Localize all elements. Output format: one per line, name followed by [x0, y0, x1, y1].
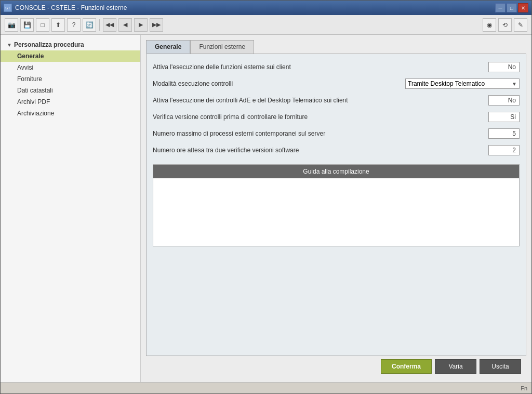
form-container: Attiva l'esecuzione delle funzioni ester…	[146, 54, 526, 356]
toolbar-right: ◉ ⟲ ✎	[483, 18, 527, 32]
form-row-3: Attiva l'esecuzione dei controlli AdE e …	[153, 94, 520, 107]
dropdown-arrow-icon: ▼	[512, 81, 517, 87]
button-row: Conferma Varia Uscita	[146, 356, 526, 377]
tab-bar: Generale Funzioni esterne	[146, 40, 526, 54]
form-label-4: Verifica versione controlli prima di con…	[153, 113, 488, 121]
confirm-button[interactable]: Conferma	[381, 359, 432, 374]
form-label-5: Numero massimo di processi esterni conte…	[153, 130, 488, 137]
toolbar-edit-button[interactable]: ✎	[514, 18, 527, 32]
sidebar-item-archiviazione[interactable]: Archiviazione	[1, 108, 140, 119]
toolbar-save-button[interactable]: 💾	[20, 18, 34, 32]
form-row-2: Modalità esecuzione controlli Tramite De…	[153, 77, 520, 90]
guide-header: Guida alla compilazione	[153, 165, 519, 178]
nav-prev-button[interactable]: ◀	[118, 18, 132, 32]
nav-last-button[interactable]: ▶▶	[150, 18, 163, 32]
app-icon: ST	[4, 4, 12, 12]
main-window: ST CONSOLE - CSTELE - Funzioni esterne ─…	[0, 0, 532, 394]
sidebar-item-generale[interactable]: Generale	[1, 50, 140, 62]
sidebar: ▼ Personalizza procedura Generale Avvisi…	[1, 35, 141, 382]
minimize-button[interactable]: ─	[495, 3, 506, 12]
toolbar-circle-button[interactable]: ◉	[483, 18, 496, 32]
toolbar-undo-button[interactable]: ⟲	[498, 18, 512, 32]
toolbar-upload-button[interactable]: ⬆	[51, 18, 65, 32]
sidebar-header: ▼ Personalizza procedura	[1, 39, 140, 50]
status-bar: Fn	[1, 382, 531, 393]
toolbar-refresh-button[interactable]: 🔄	[83, 18, 96, 32]
form-label-6: Numero ore attesa tra due verifiche vers…	[153, 147, 488, 154]
form-value-6[interactable]: 2	[488, 145, 520, 155]
status-right: Fn	[521, 385, 527, 391]
form-value-5[interactable]: 5	[488, 128, 520, 139]
uscita-button[interactable]: Uscita	[480, 359, 521, 374]
restore-button[interactable]: □	[507, 3, 517, 12]
window-title: CONSOLE - CSTELE - Funzioni esterne	[15, 4, 127, 11]
toolbar-camera-button[interactable]: 📷	[5, 18, 18, 32]
form-value-1[interactable]: No	[488, 62, 520, 72]
tab-generale[interactable]: Generale	[146, 40, 190, 54]
title-bar: ST CONSOLE - CSTELE - Funzioni esterne ─…	[1, 1, 531, 15]
form-row-4: Verifica versione controlli prima di con…	[153, 110, 520, 124]
form-value-3[interactable]: No	[488, 95, 520, 106]
form-label-3: Attiva l'esecuzione dei controlli AdE e …	[153, 97, 488, 104]
nav-next-button[interactable]: ▶	[134, 18, 148, 32]
form-dropdown-2[interactable]: Tramite Desktop Telematico ▼	[405, 78, 520, 89]
nav-first-button[interactable]: ◀◀	[103, 18, 116, 32]
guide-body	[153, 178, 519, 246]
form-row-6: Numero ore attesa tra due verifiche vers…	[153, 143, 520, 157]
toolbar-separator	[99, 19, 100, 31]
window-controls: ─ □ ✕	[495, 3, 528, 12]
content-area: ▼ Personalizza procedura Generale Avvisi…	[1, 35, 531, 382]
main-panel: Generale Funzioni esterne Attiva l'esecu…	[141, 35, 531, 382]
sidebar-item-dati-catastali[interactable]: Dati catastali	[1, 85, 140, 96]
sidebar-arrow-icon: ▼	[7, 42, 12, 48]
tab-funzioni-esterne[interactable]: Funzioni esterne	[190, 40, 254, 54]
title-bar-left: ST CONSOLE - CSTELE - Funzioni esterne	[4, 4, 127, 12]
toolbar-help-button[interactable]: ?	[67, 18, 81, 32]
close-button[interactable]: ✕	[518, 3, 528, 12]
form-value-4[interactable]: Si	[488, 112, 520, 122]
sidebar-title: Personalizza procedura	[14, 41, 84, 48]
sidebar-item-forniture[interactable]: Forniture	[1, 73, 140, 85]
toolbar: 📷 💾 □ ⬆ ? 🔄 ◀◀ ◀ ▶ ▶▶ ◉ ⟲ ✎	[1, 15, 531, 35]
form-label-1: Attiva l'esecuzione delle funzioni ester…	[153, 63, 488, 71]
varia-button[interactable]: Varia	[435, 359, 476, 374]
sidebar-item-avvisi[interactable]: Avvisi	[1, 62, 140, 73]
form-row-5: Numero massimo di processi esterni conte…	[153, 127, 520, 140]
sidebar-item-archivi-pdf[interactable]: Archivi PDF	[1, 96, 140, 108]
form-row-1: Attiva l'esecuzione delle funzioni ester…	[153, 60, 520, 74]
toolbar-box-button[interactable]: □	[36, 18, 49, 32]
guide-section: Guida alla compilazione	[153, 164, 520, 246]
form-label-2: Modalità esecuzione controlli	[153, 80, 405, 87]
